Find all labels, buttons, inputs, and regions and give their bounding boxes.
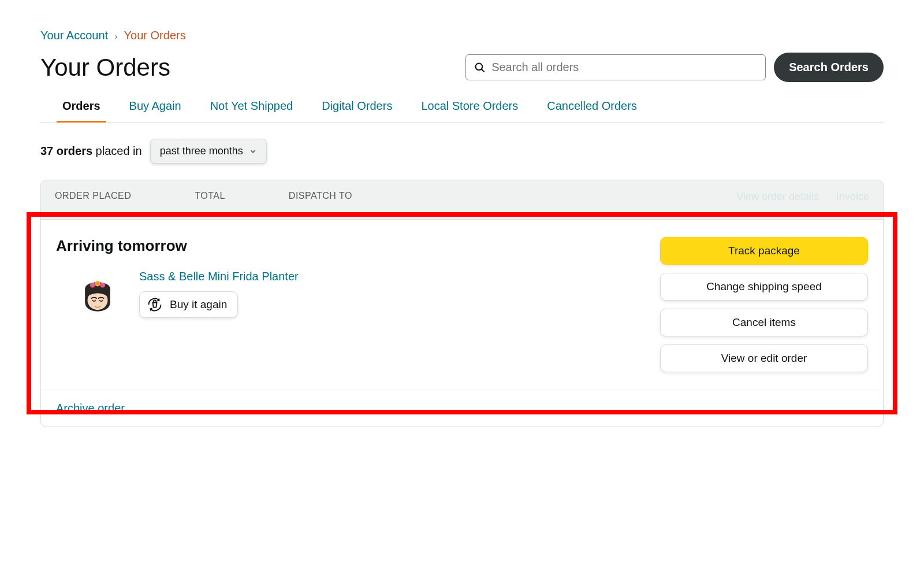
period-selected: past three months — [160, 145, 243, 157]
order-card: ORDER PLACED TOTAL DISPATCH TO View orde… — [40, 180, 884, 427]
tabs: Orders Buy Again Not Yet Shipped Digital… — [40, 99, 884, 123]
page-title: Your Orders — [40, 54, 170, 81]
svg-point-3 — [90, 283, 95, 288]
tab-not-yet-shipped[interactable]: Not Yet Shipped — [210, 99, 293, 122]
svg-point-6 — [96, 283, 99, 285]
buy-again-icon — [147, 297, 163, 313]
svg-line-1 — [482, 69, 485, 72]
track-package-button[interactable]: Track package — [660, 237, 868, 265]
order-placed-label: ORDER PLACED — [55, 191, 131, 201]
chevron-down-icon — [249, 147, 257, 155]
archive-order-link[interactable]: Archive order — [56, 402, 125, 414]
svg-point-5 — [100, 283, 105, 288]
tab-orders[interactable]: Orders — [62, 99, 100, 122]
placed-in-text: placed in — [92, 144, 142, 157]
order-item-row: Sass & Belle Mini Frida Planter Buy it a… — [73, 270, 660, 318]
breadcrumb: Your Account › Your Orders — [40, 29, 884, 42]
period-dropdown[interactable]: past three months — [150, 139, 267, 164]
order-actions: Track package Change shipping speed Canc… — [660, 237, 868, 372]
tab-digital-orders[interactable]: Digital Orders — [322, 99, 392, 122]
breadcrumb-orders-link[interactable]: Your Orders — [124, 29, 186, 42]
order-count: 37 orders — [40, 144, 92, 157]
invoice-link[interactable]: Invoice — [836, 191, 869, 203]
breadcrumb-separator: › — [115, 32, 118, 41]
change-shipping-speed-button[interactable]: Change shipping speed — [660, 273, 868, 301]
product-title-link[interactable]: Sass & Belle Mini Frida Planter — [139, 270, 299, 283]
dispatch-to-label: DISPATCH TO — [289, 191, 352, 201]
product-image[interactable] — [73, 270, 122, 318]
arrival-status: Arriving tomorrow — [56, 237, 660, 255]
svg-point-0 — [476, 63, 483, 70]
tab-buy-again[interactable]: Buy Again — [129, 99, 181, 122]
tab-local-store-orders[interactable]: Local Store Orders — [421, 99, 518, 122]
order-card-header: ORDER PLACED TOTAL DISPATCH TO View orde… — [41, 180, 883, 220]
view-order-details-link[interactable]: View order details — [736, 191, 819, 203]
buy-it-again-button[interactable]: Buy it again — [139, 291, 238, 318]
search-input[interactable] — [491, 61, 757, 74]
buy-again-label: Buy it again — [170, 298, 227, 311]
breadcrumb-account-link[interactable]: Your Account — [40, 29, 108, 42]
total-label: TOTAL — [195, 191, 225, 201]
cancel-items-button[interactable]: Cancel items — [660, 309, 868, 336]
filter-row: 37 orders placed in past three months — [40, 139, 884, 164]
view-or-edit-order-button[interactable]: View or edit order — [660, 344, 868, 372]
tab-cancelled-orders[interactable]: Cancelled Orders — [547, 99, 637, 122]
search-orders-button[interactable]: Search Orders — [774, 53, 884, 82]
search-box[interactable] — [465, 54, 766, 80]
search-icon — [474, 62, 486, 73]
